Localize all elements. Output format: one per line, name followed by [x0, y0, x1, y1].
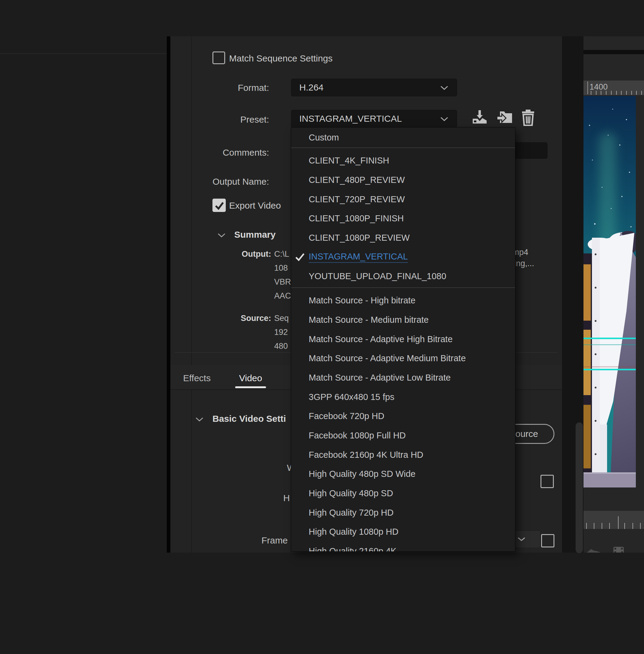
save-preset-button[interactable] — [472, 110, 488, 125]
match-source-button-label: ource — [515, 429, 549, 439]
frame-rate-option-checkbox[interactable] — [541, 534, 554, 547]
summary-source-label: Source: — [194, 314, 271, 323]
summary-output-tail: ling,... — [512, 259, 534, 268]
selected-check-icon — [291, 252, 309, 262]
chevron-down-icon — [517, 537, 526, 542]
preset-menu-item[interactable]: 3GPP 640x480 15 fps — [291, 387, 515, 407]
background-panel-seam — [0, 53, 167, 54]
preset-menu-item[interactable]: High Quality 480p SD Wide — [291, 465, 515, 484]
summary-output-line: VBR — [274, 277, 291, 287]
preset-menu-item[interactable]: Facebook 1080p Full HD — [291, 426, 515, 445]
preset-menu-item[interactable]: High Quality 2160p 4K — [291, 542, 515, 552]
monitor-header-band — [583, 50, 644, 54]
preset-menu-item[interactable]: High Quality 720p HD — [291, 503, 515, 522]
frame-rate-label-fragment: Frame — [261, 535, 292, 546]
delete-preset-button[interactable] — [522, 109, 535, 126]
summary-source-line: 192 — [274, 328, 288, 337]
summary-collapse-chevron[interactable] — [217, 232, 226, 239]
building-pillar — [592, 238, 600, 477]
snow-ground — [583, 472, 636, 488]
preset-menu-item[interactable]: Match Source - Medium bitrate — [291, 310, 515, 330]
video-preview — [583, 96, 636, 488]
preset-select[interactable]: INSTAGRAM_VERTICAL — [291, 110, 457, 128]
chevron-down-icon — [440, 114, 449, 124]
panel-left-border — [191, 36, 192, 552]
import-preset-button[interactable] — [496, 110, 513, 125]
lit-window — [583, 405, 591, 468]
preset-menu-item[interactable]: High Quality 1080p HD — [291, 522, 515, 542]
lit-window — [583, 330, 591, 395]
preset-menu-item[interactable]: CLIENT_1080P_REVIEW — [291, 228, 515, 248]
chevron-down-icon — [440, 82, 449, 93]
summary-source-line: Seq — [274, 314, 289, 323]
format-label: Format: — [189, 83, 269, 93]
preset-menu-item[interactable]: Custom — [291, 128, 515, 148]
preset-menu-item[interactable]: High Quality 480p SD — [291, 484, 515, 503]
preset-menu-item[interactable]: CLIENT_480P_REVIEW — [291, 171, 515, 190]
preset-menu-item[interactable]: Match Source - High bitrate — [291, 291, 515, 310]
match-sequence-settings-checkbox[interactable] — [212, 51, 225, 64]
preset-value: INSTAGRAM_VERTICAL — [299, 114, 402, 124]
guide-line-faint — [583, 344, 636, 345]
tab-effects[interactable]: Effects — [183, 373, 211, 383]
export-video-checkbox[interactable] — [212, 199, 226, 212]
preset-menu-item[interactable]: Match Source - Adaptive High Bitrate — [291, 330, 515, 349]
timecode-ruler-label: 1400 — [590, 82, 608, 92]
preset-menu-item[interactable]: Match Source - Adaptive Low Bitrate — [291, 368, 515, 387]
ruler-major-tick — [588, 82, 588, 94]
match-sequence-settings-label: Match Sequence Settings — [229, 52, 332, 65]
basic-video-settings-chevron[interactable] — [195, 416, 204, 423]
guide-line-cyan — [583, 369, 636, 370]
preset-dropdown-menu: CustomCLIENT_4K_FINISHCLIENT_480P_REVIEW… — [291, 127, 515, 552]
video-option-checkbox[interactable] — [540, 475, 554, 488]
lit-window — [583, 264, 591, 321]
save-preset-icon — [472, 110, 488, 125]
preset-menu-item[interactable]: INSTAGRAM_VERTICAL — [291, 247, 515, 267]
summary-output-line: C:\L — [274, 249, 289, 259]
checkmark-icon — [214, 200, 225, 211]
comments-label: Comments: — [189, 148, 269, 158]
preset-menu-item[interactable]: Match Source - Adaptive Medium Bitrate — [291, 349, 515, 368]
guide-line-faint — [583, 366, 636, 367]
preset-menu-item[interactable]: CLIENT_4K_FINISH — [291, 151, 515, 171]
active-tab-underline — [235, 386, 266, 388]
timecode-ruler: 1400 — [583, 81, 644, 95]
vertical-scrollbar[interactable] — [576, 422, 583, 553]
format-select[interactable]: H.264 — [291, 79, 457, 96]
height-label-fragment: H — [283, 493, 292, 503]
summary-title: Summary — [234, 229, 276, 240]
mini-timeline-ruler[interactable] — [583, 511, 644, 529]
summary-output-label: Output: — [194, 249, 271, 259]
program-monitor-panel: 1400 — [583, 36, 644, 552]
import-preset-folder-icon — [496, 110, 513, 125]
preset-menu-item[interactable]: Facebook 2160p 4K Ultra HD — [291, 445, 515, 465]
summary-output-line: 108 — [274, 264, 288, 273]
format-value: H.264 — [299, 82, 323, 93]
trash-icon — [522, 109, 535, 126]
panel-divider-bar — [167, 36, 170, 552]
preset-label: Preset: — [189, 114, 269, 125]
basic-video-settings-title: Basic Video Setti — [212, 413, 286, 424]
preset-menu-item[interactable]: CLIENT_720P_REVIEW — [291, 189, 515, 209]
filmstrip-icon — [614, 547, 624, 552]
audio-waveform-icon — [586, 549, 600, 552]
tab-video[interactable]: Video — [239, 373, 262, 383]
summary-output-line: AAC — [274, 291, 291, 301]
output-name-label: Output Name: — [189, 177, 269, 187]
preset-menu-item[interactable]: Facebook 720p HD — [291, 407, 515, 426]
export-video-label: Export Video — [229, 199, 281, 212]
preset-menu-item[interactable]: CLIENT_1080P_FINISH — [291, 209, 515, 228]
preset-menu-item[interactable]: YOUTUBE_UPLOAD_FINAL_1080 — [291, 267, 515, 286]
premiere-export-screen: Match Sequence Settings Format: H.264 Pr… — [0, 0, 644, 654]
summary-source-line: 480 — [274, 341, 288, 351]
guide-line-cyan — [583, 338, 636, 339]
